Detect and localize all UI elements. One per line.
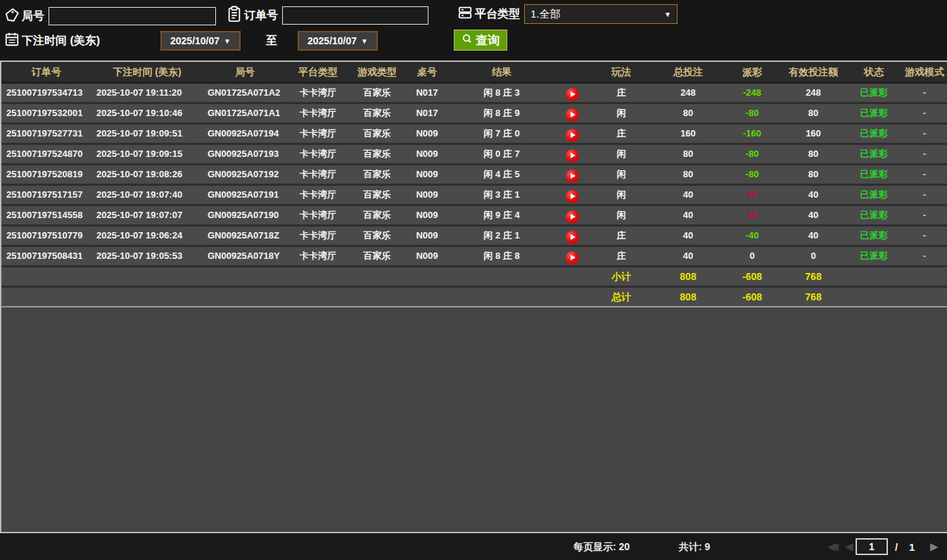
- cell-platform: 卡卡湾厅: [287, 125, 349, 143]
- platform-type-select[interactable]: 1.全部 ▼: [524, 4, 678, 24]
- table-row[interactable]: 2510071975347132025-10-07 19:11:20GN0172…: [1, 84, 947, 104]
- column-header-valid_bet: 有效投注额: [781, 62, 846, 82]
- game-no-input[interactable]: [49, 7, 216, 25]
- platform-type-filter: 平台类型 1.全部 ▼: [457, 4, 678, 24]
- play-video-icon[interactable]: [566, 170, 579, 183]
- cell-total_bet: 40: [653, 186, 723, 204]
- cell-empty: [554, 288, 590, 306]
- bet-time-label: 下注时间 (美东): [22, 34, 100, 49]
- cell-table_no: N009: [405, 186, 449, 204]
- cell-game_no: GN00925A07190: [203, 206, 287, 224]
- play-video-icon[interactable]: [566, 210, 579, 224]
- date-from-value: 2025/10/07: [170, 35, 220, 46]
- table-row[interactable]: 2510071975208192025-10-07 19:08:26GN0092…: [1, 165, 947, 186]
- play-video-icon[interactable]: [566, 129, 579, 142]
- cell-mode: -: [902, 84, 947, 102]
- table-row[interactable]: 2510071975145582025-10-07 19:07:07GN0092…: [1, 206, 947, 227]
- subtotal-row-label: 小计: [590, 267, 653, 286]
- date-from-select[interactable]: 2025/10/07 ▼: [160, 31, 241, 51]
- cell-order_no: 251007197508431: [1, 247, 91, 265]
- cell-platform: 卡卡湾厅: [287, 145, 349, 163]
- table-row[interactable]: 2510071975171572025-10-07 19:07:40GN0092…: [1, 186, 947, 206]
- cell-game_no: GN00925A0718Z: [203, 227, 287, 245]
- cell-status: 已派彩: [846, 206, 902, 224]
- cell-game_type: 百家乐: [349, 186, 405, 204]
- cell-game_type: 百家乐: [349, 125, 405, 143]
- cell-game_type: 百家乐: [349, 145, 405, 163]
- cell-payout: -80: [723, 165, 781, 184]
- order-no-input[interactable]: [282, 6, 428, 25]
- play-video-icon[interactable]: [566, 88, 579, 101]
- play-video-icon[interactable]: [566, 251, 579, 265]
- cell-result: 闲 8 庄 8: [449, 247, 554, 265]
- cell-bet_time: 2025-10-07 19:09:15: [91, 145, 203, 163]
- cell-empty: [349, 288, 405, 306]
- query-button[interactable]: 查询: [454, 30, 507, 51]
- total-row-total-bet: 808: [653, 288, 723, 306]
- cell-valid_bet: 40: [781, 227, 846, 245]
- cell-result: 闲 4 庄 5: [449, 165, 554, 184]
- cell-result: 闲 8 庄 9: [449, 104, 554, 122]
- cell-status: 已派彩: [846, 227, 902, 245]
- table-row[interactable]: 2510071975277312025-10-07 19:09:51GN0092…: [1, 125, 947, 145]
- cell-table_no: N009: [405, 125, 449, 143]
- date-to-value: 2025/10/07: [307, 35, 357, 46]
- cell-empty: [1, 288, 91, 306]
- table-row[interactable]: 2510071975320012025-10-07 19:10:46GN0172…: [1, 104, 947, 125]
- cell-bet_time: 2025-10-07 19:09:51: [91, 125, 203, 143]
- cell-payout: -248: [723, 84, 781, 102]
- page-separator: /: [895, 541, 898, 553]
- cell-play_icon: [554, 125, 590, 143]
- cell-empty: [902, 267, 947, 286]
- cell-order_no: 251007197520819: [1, 165, 91, 184]
- cell-total_bet: 160: [653, 125, 723, 143]
- cell-play_method: 闲: [590, 186, 653, 204]
- play-video-icon[interactable]: [566, 190, 579, 203]
- play-video-icon[interactable]: [566, 149, 579, 163]
- cell-empty: [449, 288, 554, 306]
- cell-mode: -: [902, 247, 947, 265]
- date-to-select[interactable]: 2025/10/07 ▼: [298, 31, 378, 51]
- first-page-icon[interactable]: ◀◀: [827, 540, 839, 553]
- next-page-icon[interactable]: ▶: [930, 540, 939, 553]
- cell-platform: 卡卡湾厅: [287, 206, 349, 224]
- cell-bet_time: 2025-10-07 19:08:26: [91, 165, 203, 184]
- cell-empty: [203, 267, 287, 286]
- table-body: 2510071975347132025-10-07 19:11:20GN0172…: [1, 84, 947, 307]
- chevron-down-icon: ▼: [224, 37, 231, 45]
- cell-mode: -: [902, 125, 947, 143]
- play-video-icon[interactable]: [566, 231, 579, 244]
- cell-total_bet: 80: [653, 104, 723, 122]
- cell-table_no: N017: [405, 84, 449, 102]
- cell-game_no: GN00925A07191: [203, 186, 287, 204]
- table-row[interactable]: 2510071975107792025-10-07 19:06:24GN0092…: [1, 227, 947, 247]
- prev-page-icon[interactable]: ◀: [845, 540, 853, 553]
- play-video-icon[interactable]: [566, 108, 579, 122]
- subtotal-row-valid-bet: 768: [781, 267, 846, 286]
- cell-order_no: 251007197524870: [1, 145, 91, 163]
- cell-game_type: 百家乐: [349, 227, 405, 245]
- cell-bet_time: 2025-10-07 19:10:46: [91, 104, 203, 122]
- cell-empty: [405, 288, 449, 306]
- cell-empty: [554, 267, 590, 286]
- cell-play_method: 庄: [590, 247, 653, 265]
- game-no-filter: 局号: [4, 7, 216, 25]
- subtotal-row-total-bet: 808: [653, 267, 723, 286]
- cell-platform: 卡卡湾厅: [287, 165, 349, 184]
- per-page-value: 20: [619, 541, 630, 552]
- cell-game_no: GN00925A07192: [203, 165, 287, 184]
- cell-empty: [405, 267, 449, 286]
- cell-play_icon: [554, 227, 590, 245]
- order-no-label: 订单号: [244, 8, 278, 23]
- cell-game_type: 百家乐: [349, 247, 405, 265]
- page-number-input[interactable]: [856, 538, 888, 555]
- cell-bet_time: 2025-10-07 19:07:40: [91, 186, 203, 204]
- cell-play_method: 庄: [590, 84, 653, 102]
- subtotal-row: 小计808-608768: [1, 267, 947, 288]
- cell-table_no: N009: [405, 247, 449, 265]
- calendar-icon: [4, 31, 20, 51]
- table-row[interactable]: 2510071975248702025-10-07 19:09:15GN0092…: [1, 145, 947, 165]
- cell-total_bet: 80: [653, 165, 723, 184]
- cell-order_no: 251007197517157: [1, 186, 91, 204]
- table-row[interactable]: 2510071975084312025-10-07 19:05:53GN0092…: [1, 247, 947, 267]
